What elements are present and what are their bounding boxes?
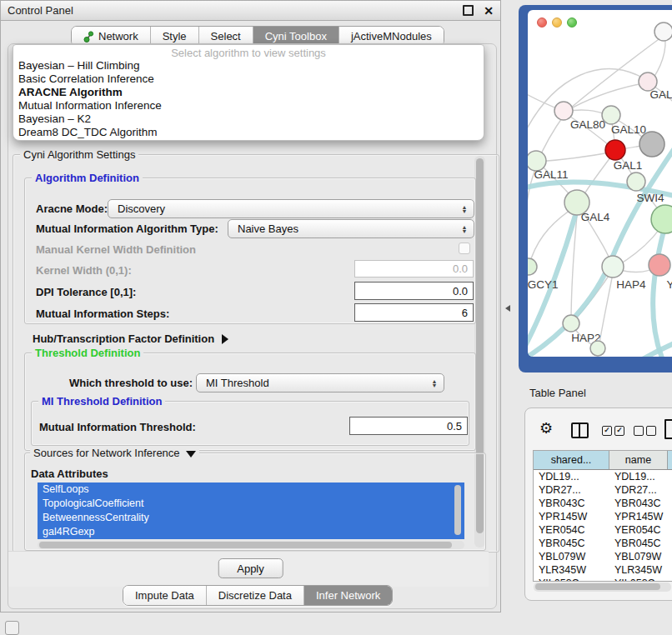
network-icon	[83, 31, 94, 42]
dropdown-item-dream8-dc-tdc-algorithm[interactable]: Dream8 DC_TDC Algorithm	[13, 126, 484, 139]
attribute-item-topologicalcoefficient[interactable]: TopologicalCoefficient	[38, 497, 464, 511]
table-row[interactable]: YER054CYER054C8.	[534, 523, 672, 537]
network-edge	[538, 152, 614, 162]
select-all-checkbox-icon[interactable]: ✓	[602, 426, 612, 436]
tab-impute-data[interactable]: Impute Data	[123, 586, 207, 605]
restore-panel-icon[interactable]	[5, 621, 19, 635]
network-node[interactable]	[651, 205, 672, 233]
gear-icon[interactable]: ⚙	[539, 420, 553, 437]
aracne-mode-combo[interactable]: Discovery ▲▼	[108, 199, 474, 218]
attribute-item-gal4rgexp[interactable]: gal4RGexp	[38, 525, 464, 539]
table-row[interactable]: YDR27...YDR27...12	[534, 483, 672, 497]
algorithm-definition-title: Algorithm Definition	[32, 172, 143, 184]
network-node-gal10[interactable]	[602, 106, 620, 124]
attribute-item-betweennesscentrality[interactable]: BetweennessCentrality	[38, 511, 464, 525]
mi-threshold-label: Mutual Information Threshold:	[39, 421, 196, 433]
network-edge-thick	[653, 222, 666, 357]
network-node-label: GAL10	[611, 123, 646, 136]
network-node-hap4[interactable]	[602, 256, 624, 278]
aracne-mode-value: Discovery	[108, 202, 458, 215]
apply-button[interactable]: Apply	[218, 558, 283, 578]
combo-arrows-icon: ▲▼	[428, 379, 441, 388]
network-graph: GALGAL80GAL10GAL1GAL11SWI4GAL4GCY1HAP4YH…	[528, 10, 672, 357]
columns-icon[interactable]	[571, 422, 589, 438]
close-icon[interactable]: ✕	[484, 5, 494, 17]
screenshot-stage: Control Panel ✕ gal-filtered.sif default…	[0, 0, 672, 635]
tab-infer-network[interactable]: Infer Network	[304, 586, 392, 605]
float-panel-icon[interactable]	[463, 5, 474, 16]
window-close-button[interactable]	[537, 18, 547, 28]
network-node-hap2[interactable]	[563, 315, 579, 332]
cyni-bottom-tabs: Impute DataDiscretize DataInfer Network	[123, 585, 393, 606]
expanded-arrow-icon	[186, 451, 196, 458]
select-all-checkbox-icon[interactable]: ✓	[614, 426, 624, 436]
network-node-swi4[interactable]	[627, 172, 645, 191]
network-node-gal1[interactable]	[605, 140, 625, 160]
collapsed-arrow-icon	[222, 334, 228, 344]
mi-steps-field[interactable]: 6	[354, 303, 474, 322]
table-row[interactable]: YBR045CYBR045C9.	[534, 537, 672, 550]
algorithm-dropdown-popup: Select algorithm to view settings Bayesi…	[13, 44, 484, 141]
network-node-label: Y	[666, 278, 672, 291]
splitpane-collapse-arrow[interactable]	[505, 305, 510, 312]
network-node-gcy1[interactable]	[528, 258, 537, 275]
mi-type-value: Naive Bayes	[228, 222, 458, 235]
dropdown-item-mutual-information-inference[interactable]: Mutual Information Inference	[13, 99, 484, 112]
which-threshold-label: Which threshold to use:	[69, 377, 193, 389]
sources-group-title[interactable]: Sources for Network Inference	[30, 447, 199, 459]
network-node-label: HAP4	[616, 278, 646, 291]
tab-discretize-data[interactable]: Discretize Data	[207, 586, 304, 605]
manual-kernel-checkbox[interactable]	[459, 242, 470, 254]
dropdown-items: Bayesian – Hill ClimbingBasic Correlatio…	[13, 59, 484, 139]
table-header-row: shared...nameA	[534, 451, 672, 470]
deselect-all-checkbox-icon[interactable]	[634, 426, 644, 436]
dropdown-item-basic-correlation-inference[interactable]: Basic Correlation Inference	[13, 72, 484, 86]
network-canvas[interactable]: GALGAL80GAL10GAL1GAL11SWI4GAL4GCY1HAP4YH…	[528, 10, 672, 357]
mi-threshold-field[interactable]: 0.5	[349, 417, 468, 435]
network-node-gal80[interactable]	[554, 102, 573, 120]
control-panel-titlebar: Control Panel ✕	[1, 1, 500, 21]
table-hscrollbar[interactable]	[534, 582, 671, 592]
network-node[interactable]	[654, 22, 672, 41]
which-threshold-combo[interactable]: MI Threshold ▲▼	[196, 373, 444, 392]
deselect-all-checkbox-icon[interactable]	[646, 426, 656, 436]
dropdown-prompt: Select algorithm to view settings	[13, 45, 484, 59]
kernel-width-field[interactable]: 0.0	[354, 260, 474, 278]
table-row[interactable]: YBR043CYBR043C	[534, 497, 672, 510]
table-row[interactable]: YIL053CYIL053C9.	[534, 577, 672, 582]
dropdown-item-bayesian-k2[interactable]: Bayesian – K2	[13, 112, 484, 126]
network-view-window: GALGAL80GAL10GAL1GAL11SWI4GAL4GCY1HAP4YH…	[519, 5, 672, 372]
dpi-tolerance-label: DPI Tolerance [0,1]:	[36, 286, 136, 298]
table-row[interactable]: YPR145WYPR145W9.	[534, 510, 672, 523]
table-panel-title: Table Panel	[519, 379, 672, 406]
mi-type-combo[interactable]: Naive Bayes ▲▼	[228, 219, 474, 238]
mi-steps-label: Mutual Information Steps:	[36, 308, 169, 320]
network-node[interactable]	[639, 132, 664, 157]
attributes-hscrollbar[interactable]	[38, 541, 464, 549]
window-zoom-button[interactable]	[567, 18, 577, 28]
dropdown-item-bayesian-hill-climbing[interactable]: Bayesian – Hill Climbing	[13, 59, 484, 72]
attributes-scrollbar-thumb[interactable]	[454, 485, 461, 535]
export-table-icon[interactable]	[664, 419, 672, 439]
table-row[interactable]: YDL19...YDL19...13	[534, 470, 672, 483]
network-node-y[interactable]	[649, 254, 670, 276]
dpi-tolerance-field[interactable]: 0.0	[354, 282, 474, 300]
column-header-name[interactable]: name	[609, 451, 668, 469]
column-header-shared[interactable]: shared...	[534, 451, 609, 469]
attribute-item-selfloops[interactable]: SelfLoops	[38, 482, 464, 497]
combo-arrows-icon: ▲▼	[458, 205, 471, 213]
table-row[interactable]: YBL079WYBL079W	[534, 550, 672, 563]
combo-arrows-icon: ▲▼	[458, 225, 471, 233]
network-node-label: GAL4	[581, 211, 610, 223]
network-node[interactable]	[590, 341, 605, 356]
dropdown-item-aracne-algorithm[interactable]: ARACNE Algorithm	[13, 86, 484, 99]
panel-title: Control Panel	[8, 4, 463, 17]
window-minimize-button[interactable]	[552, 18, 562, 28]
node-table: shared...nameA YDL19...YDL19...13YDR27..…	[533, 450, 672, 582]
column-header-a[interactable]: A	[668, 451, 672, 469]
table-row[interactable]: YLR345WYLR345W9.	[534, 563, 672, 577]
network-node-label: GCY1	[528, 278, 558, 291]
data-attributes-list[interactable]: SelfLoopsTopologicalCoefficientBetweenne…	[38, 482, 464, 539]
data-attributes-label: Data Attributes	[31, 468, 108, 480]
hub-definition-toggle[interactable]: Hub/Transcription Factor Definition	[33, 331, 228, 346]
